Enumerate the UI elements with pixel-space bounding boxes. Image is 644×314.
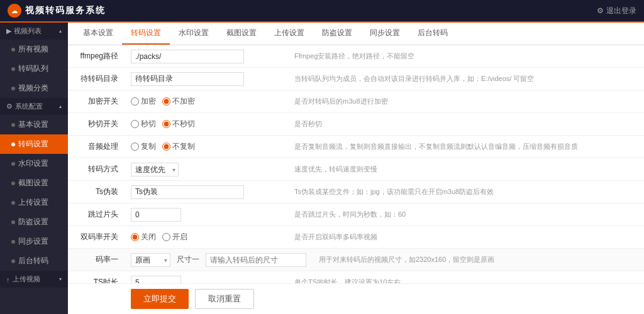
app-header: ☁ 视频转码服务系统 ⚙ 退出登录 <box>0 0 644 23</box>
transcode-dir-desc: 当转码队列均为成员，会自动对该目录进行转码并入库，如：E:/videos/ 可留… <box>288 74 644 84</box>
sidebar-section-video[interactable]: ▶ 视频列表 ▴ <box>0 23 68 40</box>
sidebar-item-label: 水印设置 <box>18 158 48 169</box>
sidebar-item-sync-settings[interactable]: 同步设置 <box>0 232 68 251</box>
sidebar-item-label: 后台转码 <box>18 256 48 266</box>
form-row-ts-fake: Ts伪装 Ts伪装成某些文件；如：jpg，该功能需只在开启m3u8防盗后有效 <box>68 181 644 203</box>
audio-copy-option[interactable]: 复制 <box>131 141 156 152</box>
cut-switch-desc: 是否秒切 <box>288 119 644 129</box>
ffmpeg-path-label: ffmpeg路径 <box>68 51 125 62</box>
cut-switch-control: 秒切 不秒切 <box>125 119 288 129</box>
dual-bitrate-on-option[interactable]: 开启 <box>162 232 187 242</box>
logout-button[interactable]: ⚙ 退出登录 <box>597 6 636 16</box>
sidebar-item-thumbnail-settings[interactable]: 截图设置 <box>0 173 68 193</box>
tab-anti-theft[interactable]: 防盗设置 <box>313 23 361 45</box>
bullet-icon <box>11 259 15 263</box>
bullet-icon <box>11 181 15 185</box>
bullet-icon <box>11 162 15 166</box>
cut-yes-radio[interactable] <box>131 120 139 128</box>
ffmpeg-path-input[interactable] <box>131 50 244 63</box>
sidebar-item-backend-encode[interactable]: 后台转码 <box>0 251 68 271</box>
app-title: 视频转码服务系统 <box>25 5 106 16</box>
tab-thumbnail[interactable]: 截图设置 <box>218 23 265 45</box>
cut-no-option[interactable]: 不秒切 <box>162 119 195 129</box>
cut-no-radio[interactable] <box>162 120 170 128</box>
dual-bitrate-on-radio[interactable] <box>162 233 170 241</box>
sidebar-item-all-videos[interactable]: 所有视频 <box>0 40 68 59</box>
video-section-icon: ▶ <box>6 27 11 35</box>
audio-nocopy-option[interactable]: 不复制 <box>162 141 195 152</box>
sidebar-item-anti-theft-settings[interactable]: 防盗设置 <box>0 212 68 232</box>
ts-fake-input[interactable] <box>131 185 244 199</box>
sidebar-item-basic-settings[interactable]: 基本设置 <box>0 115 68 134</box>
transcode-mode-select-wrap: 速度优先 质量优先 均衡模式 <box>131 163 179 176</box>
transcode-mode-select[interactable]: 速度优先 质量优先 均衡模式 <box>131 163 179 176</box>
tab-bar: 基本设置 转码设置 水印设置 截图设置 上传设置 防盗设置 同步设置 后台转码 <box>68 23 644 45</box>
bullet-icon <box>11 123 15 127</box>
encrypt-yes-radio[interactable] <box>131 97 139 106</box>
ts-duration-label: TS时长 <box>68 277 125 283</box>
sidebar-item-transcode-queue[interactable]: 转码队列 <box>0 59 68 78</box>
audio-radio-group: 复制 不复制 <box>131 141 282 152</box>
skip-header-label: 跳过片头 <box>68 209 125 220</box>
audio-control: 复制 不复制 <box>125 141 288 152</box>
cut-no-label: 不秒切 <box>172 119 195 129</box>
ts-fake-desc: Ts伪装成某些文件；如：jpg，该功能需只在开启m3u8防盗后有效 <box>288 187 644 197</box>
sidebar-item-label: 基本设置 <box>18 119 48 130</box>
dual-bitrate-off-option[interactable]: 关闭 <box>131 232 156 242</box>
sidebar-item-upload-settings[interactable]: 上传设置 <box>0 193 68 212</box>
encrypt-no-option[interactable]: 不加密 <box>162 96 195 107</box>
upload-section-icon: ↑ <box>6 276 10 283</box>
dual-bitrate-off-radio[interactable] <box>131 233 139 241</box>
sidebar-item-label: 防盗设置 <box>18 217 48 227</box>
dual-bitrate-desc: 是否开启双码率多码率视频 <box>288 232 644 242</box>
ts-duration-input[interactable] <box>131 276 181 284</box>
tab-backend[interactable]: 后台转码 <box>409 23 457 45</box>
bitrate-size-input[interactable] <box>206 253 306 267</box>
ts-fake-label: Ts伪装 <box>68 187 125 197</box>
cut-yes-option[interactable]: 秒切 <box>131 119 156 129</box>
bullet-icon <box>11 48 15 51</box>
tab-sync[interactable]: 同步设置 <box>361 23 409 45</box>
reset-button[interactable]: 取消重置 <box>195 289 254 309</box>
system-section-label: 系统配置 <box>15 102 43 111</box>
form-row-skip-header: 跳过片头 是否跳过片头，时间为秒数，如：60 <box>68 203 644 226</box>
audio-label: 音频处理 <box>68 141 125 152</box>
bitrate-select[interactable]: 原画 1080P 720P 480P 360P <box>131 253 170 267</box>
transcode-dir-input[interactable] <box>131 72 244 86</box>
sidebar-item-transcode-settings[interactable]: 转码设置 <box>0 134 68 154</box>
tab-transcode[interactable]: 转码设置 <box>122 23 170 45</box>
tab-upload[interactable]: 上传设置 <box>265 23 313 45</box>
sidebar: ▶ 视频列表 ▴ 所有视频 转码队列 视频分类 ⚙ 系统配置 ▴ 基本设置 转 <box>0 23 68 314</box>
submit-button[interactable]: 立即提交 <box>131 289 189 309</box>
ffmpeg-path-desc: Ffmpeg安装路径，绝对路径，不能留空 <box>288 51 644 61</box>
encrypt-no-radio[interactable] <box>162 97 170 106</box>
sidebar-item-watermark-settings[interactable]: 水印设置 <box>0 154 68 173</box>
form-row-audio: 音频处理 复制 不复制 是否复制音频流，复制则音频直接输出，不复制音频流则默认认… <box>68 136 644 158</box>
dual-bitrate-control: 关闭 开启 <box>125 232 288 242</box>
form-row-transcode-mode: 转码方式 速度优先 质量优先 均衡模式 速度优先，转码速度则变慢 <box>68 158 644 181</box>
skip-header-desc: 是否跳过片头，时间为秒数，如：60 <box>288 210 644 219</box>
bitrate-label: 码率一 <box>68 254 125 265</box>
bullet-icon <box>11 220 15 224</box>
bitrate-control: 原画 1080P 720P 480P 360P 尺寸一 <box>125 253 313 267</box>
logout-icon: ⚙ <box>597 6 604 15</box>
form-row-ffmpeg-path: ffmpeg路径 Ffmpeg安装路径，绝对路径，不能留空 <box>68 45 644 68</box>
sidebar-item-video-category[interactable]: 视频分类 <box>0 78 68 98</box>
sidebar-item-label: 上传设置 <box>18 197 48 208</box>
encrypt-yes-option[interactable]: 加密 <box>131 96 156 107</box>
audio-nocopy-radio[interactable] <box>162 143 170 151</box>
tab-watermark[interactable]: 水印设置 <box>170 23 218 45</box>
form-row-bitrate: 码率一 原画 1080P 720P 480P 360P 尺寸一 用于对 <box>68 249 644 271</box>
dual-bitrate-on-label: 开启 <box>172 232 187 242</box>
skip-header-input[interactable] <box>131 208 181 222</box>
bullet-icon <box>11 143 15 146</box>
sidebar-item-label: 视频分类 <box>18 83 48 94</box>
sidebar-section-upload[interactable]: ↑ 上传视频 ▾ <box>0 271 68 288</box>
sidebar-section-system[interactable]: ⚙ 系统配置 ▴ <box>0 98 68 115</box>
form-area: ffmpeg路径 Ffmpeg安装路径，绝对路径，不能留空 待转码目录 当转码队… <box>68 45 644 283</box>
audio-copy-radio[interactable] <box>131 143 139 151</box>
dual-bitrate-radio-group: 关闭 开启 <box>131 232 282 242</box>
cut-switch-radio-group: 秒切 不秒切 <box>131 119 282 129</box>
bitrate-desc: 用于对来转码后的视频尺寸，如2320x160，留空则是原画 <box>313 255 644 264</box>
tab-basic[interactable]: 基本设置 <box>74 23 122 45</box>
